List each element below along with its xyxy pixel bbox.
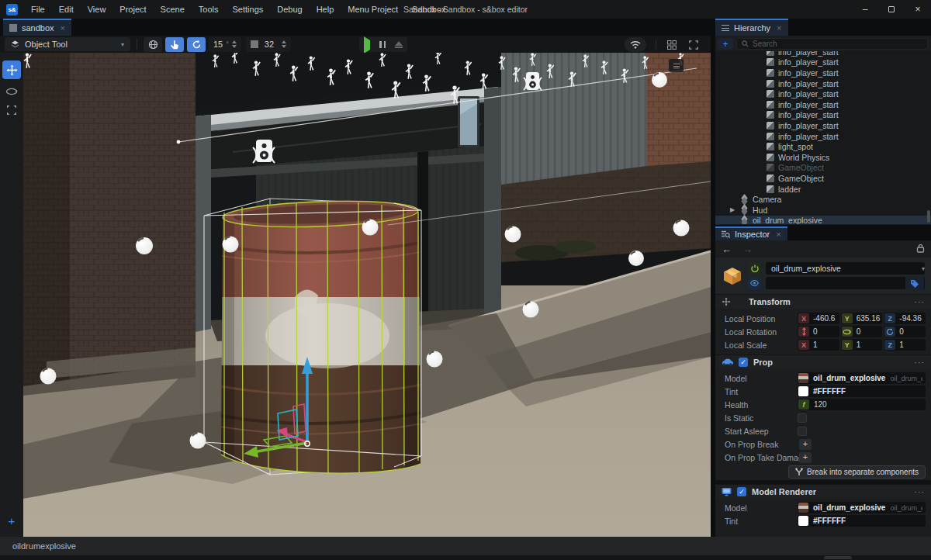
menu-sandbox[interactable]: Sandbox [405, 0, 452, 19]
world-space-button[interactable] [144, 37, 162, 52]
renderer-tint-field[interactable]: #FFFFFF [798, 515, 926, 527]
prop-enabled-checkbox[interactable]: ✓ [739, 358, 748, 367]
nav-back-button[interactable]: ← [722, 244, 732, 255]
menu-menu-project[interactable]: Menu Project [341, 0, 405, 19]
hierarchy-search-input[interactable]: Search [736, 38, 928, 50]
tree-item-info-player-start[interactable]: info_player_start [715, 99, 931, 110]
transform-section-header[interactable]: Transform ··· [715, 294, 931, 309]
speaker-gizmo-1[interactable] [253, 140, 275, 163]
renderer-model-field[interactable]: oil_drum_explosive oil_drum_explosive. [798, 502, 926, 513]
menu-view[interactable]: View [81, 0, 113, 19]
rotation-roll-field[interactable]: 0 [884, 326, 926, 337]
color-swatch[interactable] [798, 386, 808, 396]
menu-project[interactable]: Project [112, 0, 153, 19]
speaker-gizmo-2[interactable] [524, 72, 542, 90]
tab-inspector-close-icon[interactable]: × [776, 230, 780, 239]
scale-y-field[interactable]: Y1 [841, 339, 883, 351]
tree-item-info-player-start[interactable]: info_player_start [715, 110, 931, 121]
break-into-components-button[interactable]: Break into separate components [788, 465, 926, 479]
menu-file[interactable]: File [24, 0, 52, 19]
oil-drum-model[interactable] [217, 198, 424, 482]
viewport-scene[interactable] [23, 53, 711, 537]
menu-settings[interactable]: Settings [226, 0, 271, 19]
tree-item-hud[interactable]: ▶Hud [715, 205, 931, 216]
prop-menu-button[interactable]: ··· [914, 358, 925, 367]
tag-button[interactable] [905, 277, 924, 289]
rotation-yaw-field[interactable]: 0 [841, 326, 883, 337]
panel-menu-icon[interactable] [722, 25, 729, 31]
visibility-toggle[interactable] [748, 277, 761, 289]
add-on-prop-break-button[interactable]: + [799, 439, 812, 450]
fullscreen-button[interactable] [684, 37, 703, 52]
menu-edit[interactable]: Edit [52, 0, 81, 19]
prop-tint-field[interactable]: #FFFFFF [798, 385, 926, 397]
rotation-snap-stepper[interactable] [232, 40, 237, 48]
tree-item-info-player-start[interactable]: info_player_start [715, 78, 931, 89]
3d-viewport[interactable]: + [0, 53, 711, 537]
grid-snap-stepper[interactable] [282, 40, 286, 48]
tree-item-oil-drum-explosive[interactable]: oil_drum_explosive [715, 216, 931, 225]
app-logo[interactable]: s& [6, 4, 18, 16]
tab-hierarchy-close-icon[interactable]: × [777, 23, 781, 33]
tool-selector-dropdown[interactable]: Object Tool ▾ [5, 37, 130, 51]
viewport-add-button[interactable]: + [3, 512, 20, 529]
rotate-tool-button[interactable] [2, 82, 21, 101]
expand-arrow-icon[interactable]: ▶ [730, 206, 736, 213]
pause-button[interactable] [379, 41, 386, 48]
menu-scene[interactable]: Scene [154, 0, 192, 19]
scale-tool-button[interactable] [2, 101, 21, 119]
tree-item-gameobject[interactable]: GameObject [715, 173, 931, 184]
layout-grid-button[interactable] [663, 37, 681, 52]
tree-item-ladder[interactable]: ladder [715, 184, 931, 195]
play-button[interactable] [364, 40, 370, 50]
scale-z-field[interactable]: Z1 [884, 339, 926, 351]
position-z-field[interactable]: Z-94.36 [884, 313, 926, 324]
tree-item-info-player-start[interactable]: info_player_start [715, 51, 931, 57]
move-tool-button[interactable] [2, 60, 21, 79]
object-header-chevron-icon[interactable]: ▾ [922, 265, 925, 272]
tree-item-light-spot[interactable]: light_spot [715, 141, 931, 152]
minimize-button[interactable]: – [852, 0, 878, 19]
position-y-field[interactable]: Y635.16 [841, 313, 883, 324]
prop-model-field[interactable]: oil_drum_explosive oil_drum_explosive. [798, 372, 926, 384]
scale-x-field[interactable]: X1 [798, 339, 839, 351]
maximize-button[interactable] [878, 0, 905, 19]
menu-debug[interactable]: Debug [270, 0, 309, 19]
bottom-resize-handle[interactable] [824, 556, 852, 559]
rotation-snap-toggle[interactable] [187, 37, 206, 52]
hierarchy-scrollbar[interactable] [927, 51, 930, 224]
lock-icon[interactable] [916, 244, 925, 255]
tree-item-info-player-start[interactable]: info_player_start [715, 131, 931, 142]
tree-item-info-player-start[interactable]: info_player_start [715, 57, 931, 68]
tab-hierarchy[interactable]: Hierarchy × [715, 19, 788, 36]
model-renderer-section-header[interactable]: ✓ Model Renderer ··· [715, 484, 931, 499]
is-static-checkbox[interactable] [798, 413, 807, 423]
tab-inspector[interactable]: Inspector × [715, 226, 787, 240]
tree-item-camera[interactable]: Camera [715, 194, 931, 205]
prop-section-header[interactable]: ✓ Prop ··· [715, 354, 931, 369]
tree-item-info-player-start[interactable]: info_player_start [715, 120, 931, 131]
close-button[interactable]: × [905, 0, 931, 19]
object-name-input[interactable]: oil_drum_explosive [766, 262, 925, 275]
tree-item-info-player-start[interactable]: info_player_start [715, 88, 931, 99]
sphere-gizmo[interactable] [136, 237, 153, 254]
color-swatch[interactable] [798, 516, 808, 526]
start-asleep-checkbox[interactable] [798, 427, 807, 436]
viewport-options-button[interactable] [669, 59, 684, 72]
enabled-toggle[interactable] [748, 262, 761, 275]
prop-health-field[interactable]: f 120 [798, 399, 926, 410]
tree-item-info-player-start[interactable]: info_player_start [715, 67, 931, 78]
object-tags-input[interactable] [766, 277, 925, 289]
tree-item-world-physics[interactable]: World Physics [715, 152, 931, 163]
nav-forward-button[interactable]: → [742, 244, 753, 255]
model-renderer-enabled-checkbox[interactable]: ✓ [737, 487, 746, 496]
snap-to-surface-button[interactable] [165, 37, 184, 52]
menu-help[interactable]: Help [310, 0, 341, 19]
add-gameobject-button[interactable]: + [718, 38, 733, 50]
menu-tools[interactable]: Tools [192, 0, 226, 19]
rotation-pitch-field[interactable]: 0 [798, 326, 839, 337]
add-on-prop-take-damage-button[interactable]: + [799, 452, 812, 463]
tab-sandbox-scene[interactable]: sandbox × [3, 19, 71, 36]
rotation-snap-field[interactable]: 15 ° [209, 37, 241, 52]
network-status-button[interactable] [625, 37, 646, 52]
